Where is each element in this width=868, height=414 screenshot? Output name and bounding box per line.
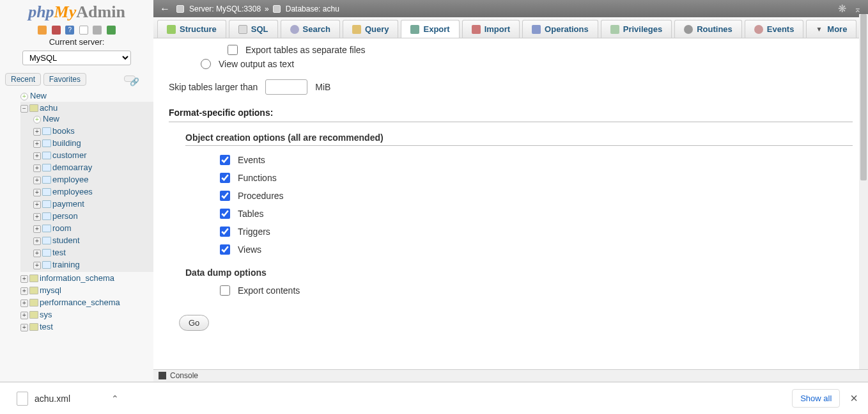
- expand-icon[interactable]: +: [33, 189, 41, 196]
- tree-table[interactable]: +books: [33, 125, 153, 137]
- expand-icon[interactable]: +: [33, 237, 41, 245]
- go-button[interactable]: Go: [179, 315, 209, 331]
- tree-table[interactable]: +person: [33, 210, 153, 222]
- expand-icon[interactable]: +: [20, 312, 28, 319]
- database-icon: [29, 275, 38, 282]
- tree-db[interactable]: +mysql: [20, 284, 153, 296]
- tree-table[interactable]: +building: [33, 137, 153, 149]
- database-icon: [29, 311, 38, 319]
- table-icon: [42, 152, 51, 159]
- expand-icon[interactable]: +: [33, 250, 41, 257]
- collapse-icon[interactable]: −: [20, 105, 28, 113]
- expand-icon[interactable]: +: [20, 324, 28, 331]
- routines-icon: [684, 25, 693, 34]
- tree-new[interactable]: +New: [20, 90, 153, 102]
- sidebar-tabs: Recent Favorites 🔗: [0, 70, 153, 90]
- checkbox-opt[interactable]: [220, 244, 230, 255]
- tree-db[interactable]: +information_schema: [20, 272, 153, 284]
- expand-icon[interactable]: +: [33, 164, 41, 172]
- expand-icon[interactable]: +: [33, 225, 41, 233]
- expand-icon[interactable]: +: [33, 201, 41, 209]
- sidebar: phpMyAdmin ? Current server: MySQL Recen…: [0, 0, 153, 381]
- scrollbar[interactable]: [859, 14, 868, 370]
- tab-operations[interactable]: Operations: [522, 20, 598, 38]
- tab-query[interactable]: Query: [343, 20, 399, 38]
- scrollbar-thumb[interactable]: [860, 14, 867, 180]
- expand-icon[interactable]: +: [33, 262, 41, 269]
- database-icon: [29, 299, 38, 307]
- tab-routines[interactable]: Routines: [674, 20, 742, 38]
- tab-sql[interactable]: SQL: [229, 20, 278, 38]
- breadcrumb-server[interactable]: Server: MySQL:3308: [189, 4, 261, 13]
- checkbox-opt[interactable]: [220, 173, 230, 183]
- link-icon[interactable]: 🔗: [124, 76, 136, 82]
- tab-search[interactable]: Search: [281, 20, 340, 38]
- checkbox-opt[interactable]: [220, 155, 230, 165]
- checkbox-opt[interactable]: [220, 191, 230, 201]
- tab-events[interactable]: Events: [745, 20, 804, 38]
- expand-icon[interactable]: +: [33, 152, 41, 160]
- expand-icon[interactable]: +: [20, 287, 28, 295]
- tree-table[interactable]: +employee: [33, 173, 153, 186]
- breadcrumb-db[interactable]: Database: achu: [286, 4, 339, 13]
- tree-table[interactable]: +demoarray: [33, 161, 153, 173]
- tree-table[interactable]: +payment: [33, 198, 153, 210]
- checkbox-opt[interactable]: [220, 227, 230, 237]
- radio-view-text[interactable]: [201, 59, 211, 69]
- server-icon: [176, 5, 184, 13]
- collapse-panel-icon[interactable]: ⌅: [854, 4, 862, 14]
- console-icon: [159, 372, 166, 379]
- tree-db[interactable]: +test: [20, 321, 153, 333]
- tree-table[interactable]: +test: [33, 246, 153, 259]
- expand-icon[interactable]: +: [33, 177, 41, 184]
- tree-table[interactable]: +student: [33, 234, 153, 246]
- page-settings-icon[interactable]: ❋: [838, 3, 846, 15]
- tab-import[interactable]: Import: [462, 20, 520, 38]
- expand-icon[interactable]: +: [20, 299, 28, 307]
- tree-table[interactable]: +employees: [33, 186, 153, 198]
- back-icon[interactable]: ←: [160, 3, 170, 15]
- tab-recent[interactable]: Recent: [5, 73, 41, 86]
- database-icon: [29, 287, 38, 294]
- expand-icon[interactable]: +: [33, 128, 41, 136]
- logo[interactable]: phpMyAdmin: [0, 0, 153, 22]
- tree-table[interactable]: +room: [33, 222, 153, 234]
- tree-table[interactable]: +customer: [33, 149, 153, 161]
- tab-export[interactable]: Export: [401, 20, 459, 38]
- exit-icon[interactable]: [52, 26, 61, 35]
- expand-icon[interactable]: +: [33, 213, 41, 221]
- tab-more[interactable]: ▼More: [806, 20, 856, 38]
- checkbox-separate-files[interactable]: [228, 45, 238, 55]
- tree-db[interactable]: +sys: [20, 308, 153, 321]
- export-icon: [410, 25, 419, 34]
- expand-icon[interactable]: +: [33, 140, 41, 148]
- table-icon: [42, 200, 51, 208]
- operations-icon: [532, 25, 541, 34]
- console-bar[interactable]: Console: [153, 369, 868, 381]
- tab-structure[interactable]: Structure: [157, 20, 226, 38]
- tree-db[interactable]: +performance_schema: [20, 296, 153, 308]
- expand-icon[interactable]: +: [20, 275, 28, 283]
- help-icon[interactable]: ?: [65, 26, 74, 35]
- structure-icon: [167, 25, 176, 34]
- row-skip-tables: Skip tables larger than MiB: [169, 79, 853, 95]
- privileges-icon: [610, 25, 619, 34]
- server-select[interactable]: MySQL: [22, 51, 131, 65]
- tree-new-table[interactable]: +New: [33, 113, 153, 125]
- checkbox-export-contents[interactable]: [220, 285, 230, 296]
- home-icon[interactable]: [38, 26, 47, 35]
- tree-table[interactable]: +training: [33, 259, 153, 271]
- tree-db-achu[interactable]: −achu +New+books+building+customer+demoa…: [20, 102, 153, 272]
- row-view-text: View output as text: [201, 59, 853, 69]
- tab-favorites[interactable]: Favorites: [43, 73, 86, 86]
- docs-icon[interactable]: [79, 26, 88, 35]
- main: ← Server: MySQL:3308 » Database: achu ❋ …: [153, 0, 868, 381]
- input-skip-size[interactable]: [265, 79, 307, 95]
- settings-icon[interactable]: [93, 26, 102, 35]
- table-icon: [42, 212, 51, 220]
- refresh-icon[interactable]: [107, 26, 116, 35]
- table-icon: [42, 139, 51, 147]
- database-icon: [29, 104, 38, 112]
- tab-privileges[interactable]: Privileges: [601, 20, 672, 38]
- checkbox-opt[interactable]: [220, 209, 230, 219]
